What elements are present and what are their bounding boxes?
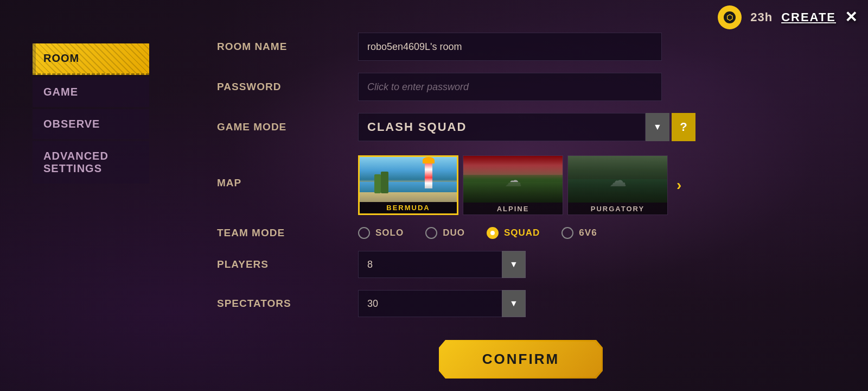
top-bar: ⬡ 23h CREATE ✕ <box>707 0 868 35</box>
room-name-row: ROOM NAME <box>217 33 825 61</box>
map-label: MAP <box>217 177 358 189</box>
team-option-solo[interactable]: SOLO <box>358 227 404 239</box>
players-label: PLAYERS <box>217 258 358 270</box>
team-mode-options: SOLO DUO SQUAD 6V6 <box>358 227 597 239</box>
sidebar-item-game[interactable]: GAME <box>33 77 149 107</box>
confirm-button[interactable]: CONFIRM <box>439 340 603 379</box>
team-label-solo: SOLO <box>375 228 404 238</box>
team-label-6v6: 6V6 <box>579 228 597 238</box>
players-input[interactable] <box>358 251 502 278</box>
chevron-down-icon: ▼ <box>509 260 518 269</box>
password-label: PASSWORD <box>217 81 358 93</box>
map-label-purgatory: PURGATORY <box>591 205 644 213</box>
spectators-row: SPECTATORS ▼ <box>217 290 825 317</box>
team-option-6v6[interactable]: 6V6 <box>561 227 597 239</box>
game-mode-label: GAME MODE <box>217 121 358 133</box>
password-input[interactable] <box>358 73 662 101</box>
map-row: MAP BERMUDA <box>217 153 825 215</box>
map-card-alpine[interactable]: ☁ ALPINE <box>463 155 563 215</box>
team-radio-6v6 <box>561 227 573 239</box>
map-card-bermuda[interactable]: BERMUDA <box>358 155 458 215</box>
map-label-bermuda: BERMUDA <box>386 204 430 212</box>
game-mode-value: CLASH SQUAD <box>367 120 636 134</box>
map-card-purgatory[interactable]: ☁ PURGATORY <box>567 155 668 215</box>
chevron-down-icon: ▼ <box>509 299 518 308</box>
room-name-label: ROOM NAME <box>217 41 358 53</box>
map-container: BERMUDA ☁ ALPINE <box>358 155 686 215</box>
team-radio-duo <box>425 227 437 239</box>
spectators-dropdown-arrow[interactable]: ▼ <box>502 290 526 317</box>
main-content: ROOM NAME PASSWORD GAME MODE CLASH SQUAD… <box>152 0 868 391</box>
bermuda-label-bar: BERMUDA <box>360 202 457 213</box>
map-label-alpine: ALPINE <box>497 205 529 213</box>
team-mode-label: TEAM MODE <box>217 227 358 239</box>
svg-text:⬡: ⬡ <box>726 13 733 22</box>
password-row: PASSWORD <box>217 73 825 101</box>
sidebar-item-advanced[interactable]: ADVANCED SETTINGS <box>33 141 149 184</box>
spectators-label: SPECTATORS <box>217 298 358 310</box>
sidebar-item-observe[interactable]: OBSERVE <box>33 109 149 139</box>
close-button[interactable]: ✕ <box>845 10 857 25</box>
sidebar: ROOM GAME OBSERVE ADVANCED SETTINGS <box>0 0 152 391</box>
alpine-label-bar: ALPINE <box>463 203 563 215</box>
confirm-label: CONFIRM <box>482 351 559 367</box>
confirm-section: CONFIRM <box>217 340 825 379</box>
sidebar-label-room: ROOM <box>43 52 79 65</box>
players-row: PLAYERS ▼ <box>217 251 825 278</box>
team-radio-solo <box>358 227 370 239</box>
team-option-squad[interactable]: SQUAD <box>487 227 540 239</box>
team-label-squad: SQUAD <box>504 228 540 238</box>
game-mode-dropdown-arrow[interactable]: ▼ <box>646 113 669 141</box>
map-bg-bermuda <box>360 157 457 202</box>
players-select: ▼ <box>358 251 526 278</box>
spectators-select: ▼ <box>358 290 526 317</box>
sidebar-label-game: GAME <box>43 86 78 98</box>
map-bg-alpine: ☁ <box>463 156 563 203</box>
players-dropdown-arrow[interactable]: ▼ <box>502 251 526 278</box>
map-bg-purgatory: ☁ <box>568 156 667 203</box>
chevron-down-icon: ▼ <box>653 122 662 132</box>
purgatory-label-bar: PURGATORY <box>568 203 667 215</box>
team-option-duo[interactable]: DUO <box>425 227 465 239</box>
game-mode-select[interactable]: CLASH SQUAD <box>358 113 646 141</box>
question-icon: ? <box>680 120 687 134</box>
team-mode-row: TEAM MODE SOLO DUO SQUAD 6V6 <box>217 227 825 239</box>
create-button[interactable]: CREATE <box>781 10 836 24</box>
sidebar-label-advanced: ADVANCED SETTINGS <box>43 150 138 175</box>
currency-icon: ⬡ <box>718 5 742 29</box>
game-mode-row: GAME MODE CLASH SQUAD ▼ ? <box>217 113 825 141</box>
game-mode-help-button[interactable]: ? <box>672 113 695 141</box>
spectators-input[interactable] <box>358 290 502 317</box>
map-next-arrow[interactable]: › <box>672 172 686 198</box>
team-radio-squad <box>487 227 499 239</box>
sidebar-item-room[interactable]: ROOM <box>33 43 149 75</box>
room-name-input[interactable] <box>358 33 662 61</box>
timer-label: 23h <box>750 10 773 24</box>
sidebar-label-observe: OBSERVE <box>43 118 100 130</box>
team-label-duo: DUO <box>443 228 465 238</box>
